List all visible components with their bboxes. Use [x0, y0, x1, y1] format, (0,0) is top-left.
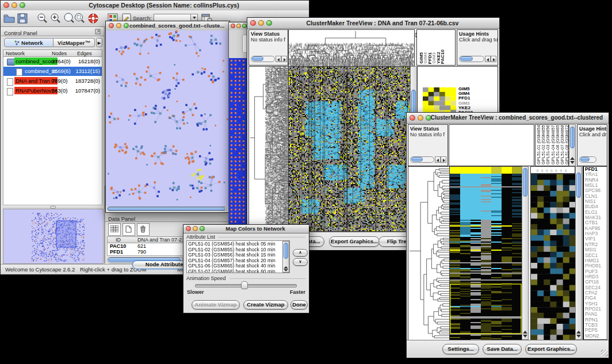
- tv2-usage-hscrollbar[interactable]: [579, 156, 606, 163]
- network-view-canvas[interactable]: [106, 30, 228, 206]
- gene-label[interactable]: MON2: [585, 334, 607, 339]
- minimize-button[interactable]: [116, 23, 121, 28]
- tv1-gene-labels: GIM5GIM4PFD1GIM3YKE2PAC10: [458, 87, 473, 115]
- zoom-out-icon[interactable]: [36, 12, 49, 25]
- save-icon[interactable]: [16, 12, 29, 25]
- dialog-title: Map Colors to Network: [206, 225, 304, 233]
- data-id: PAC10: [110, 243, 126, 249]
- minimize-button[interactable]: [236, 24, 241, 28]
- network-table-header: Network Nodes Edges: [3, 49, 102, 57]
- close-button[interactable]: [109, 23, 114, 28]
- network-view-hscrollbar[interactable]: [107, 206, 227, 213]
- close-button[interactable]: [410, 115, 415, 121]
- tv2-gene-list[interactable]: PFD1YRA1RNR4MSL1SPC98CLN1NIS1BUD4ELG1MAK…: [583, 166, 607, 340]
- zoom-button[interactable]: [124, 23, 129, 28]
- treeview2-window: ClusterMaker TreeView : combined_scores_…: [406, 112, 609, 358]
- new-attribute-button[interactable]: [123, 223, 135, 236]
- main-title: Cytoscape Desktop (Session Name: collins…: [24, 1, 304, 10]
- tv1-row-dendrogram[interactable]: [248, 66, 289, 232]
- tv1-usage-hints: Usage Hints Click and drag to: [457, 29, 498, 66]
- window-controls[interactable]: [3, 2, 25, 8]
- document-icon: [7, 88, 13, 95]
- zoom-in-icon[interactable]: [49, 12, 62, 25]
- data-value: 790: [137, 249, 146, 255]
- close-button[interactable]: [3, 2, 9, 8]
- network-row[interactable]: combined_sco2569(6)13112(15): [3, 67, 102, 76]
- dialog-titlebar[interactable]: Map Colors to Network: [183, 225, 309, 233]
- settings-button[interactable]: Settings...: [442, 344, 479, 354]
- network-list: combined_scores2764(0)16218(0)combined_s…: [3, 57, 102, 97]
- network-row[interactable]: DNA and Tran 07769(0)183728(0): [3, 76, 102, 86]
- tv2-column-dendrogram-area[interactable]: [449, 124, 534, 166]
- minimize-button[interactable]: [12, 2, 17, 8]
- move-up-button[interactable]: ∧: [293, 249, 308, 256]
- treeview1-titlebar[interactable]: ClusterMaker TreeView : DNA and Tran 07-…: [247, 18, 499, 29]
- tv2-zoom-vscrollbar[interactable]: [575, 166, 582, 340]
- network-row[interactable]: combined_scores2764(0)16218(0): [3, 57, 102, 66]
- zoom-fit-icon[interactable]: [73, 12, 86, 25]
- status-welcome: Welcome to Cytoscape 2.6.2: [5, 266, 75, 273]
- tab-network[interactable]: Network: [4, 38, 53, 47]
- zoom-button[interactable]: [200, 226, 205, 231]
- done-button[interactable]: Done: [290, 300, 308, 309]
- help-ring-icon[interactable]: [87, 12, 100, 25]
- animate-vizmap-button[interactable]: Animate Vizmap: [192, 300, 240, 309]
- minimize-button[interactable]: [258, 20, 264, 26]
- tv2-status-hscrollbar[interactable]: [410, 156, 447, 163]
- float-panel-icon[interactable]: [95, 29, 101, 35]
- tv1-column-label: PAC10: [440, 49, 445, 64]
- network-overview[interactable]: [3, 209, 104, 264]
- zoom-button[interactable]: [242, 24, 247, 28]
- delete-attribute-button[interactable]: [137, 223, 150, 236]
- save-data-button[interactable]: Save Data...: [483, 344, 522, 354]
- tv2-collabel-vscrollbar[interactable]: [569, 124, 576, 166]
- attribute-item[interactable]: GPL51-07 (GSM868) heat shock 60 min: [188, 269, 288, 273]
- tv2-zoom-heatmap[interactable]: [530, 174, 576, 341]
- document-icon: [7, 78, 13, 86]
- attribute-list-label: Attribute List: [186, 234, 215, 240]
- new-attribute-icon: [125, 225, 132, 233]
- document-icon: [16, 68, 22, 76]
- tv2-heatmap[interactable]: [449, 166, 523, 341]
- main-titlebar[interactable]: Cytoscape Desktop (Session Name: collins…: [1, 1, 309, 11]
- close-button[interactable]: [186, 226, 191, 231]
- tv2-vscrollbar[interactable]: [522, 166, 529, 340]
- attribute-list-scrollbar[interactable]: [282, 241, 289, 273]
- network-view-titlebar[interactable]: combined_scores_good.txt--cluste...: [106, 21, 230, 31]
- export-graphics-button[interactable]: Export Graphics...: [329, 236, 380, 247]
- tab-overflow-button[interactable]: ▶: [96, 38, 102, 47]
- move-down-button[interactable]: ∨: [293, 258, 308, 266]
- attribute-list[interactable]: GPL51-01 (GSM854) heat shock 05 minGPL51…: [186, 240, 290, 273]
- open-folder-icon[interactable]: [3, 12, 16, 25]
- tv1-heatmap[interactable]: [288, 66, 411, 232]
- tv2-view-status: View Status No status info f: [408, 124, 448, 166]
- close-button[interactable]: [250, 20, 256, 26]
- slider-thumb[interactable]: [241, 281, 248, 289]
- control-panel-title: Control Panel: [4, 30, 37, 36]
- network-tab-icon: [14, 40, 20, 45]
- attribute-table-icon: [110, 225, 118, 232]
- tv1-column-labels: GIM5GIM4PFD1GIM3YKE2PAC10: [416, 29, 456, 66]
- minimize-button[interactable]: [193, 226, 198, 231]
- tv2-row-dendrogram[interactable]: [408, 166, 450, 341]
- tv1-summary-heatmap[interactable]: [423, 87, 456, 114]
- treeview2-titlebar[interactable]: ClusterMaker TreeView : combined_scores_…: [407, 113, 609, 124]
- tv1-column-dendrogram[interactable]: [288, 29, 415, 67]
- tv1-usage-hscrollbar[interactable]: [459, 56, 497, 62]
- tab-vizmapper[interactable]: VizMapper™: [53, 38, 95, 47]
- create-vizmap-button[interactable]: Create Vizmap: [243, 300, 288, 309]
- network-name: DNA and Tran 07: [14, 77, 58, 85]
- folder-icon: [7, 59, 15, 66]
- close-button[interactable]: [231, 24, 235, 28]
- network-tree-empty-area[interactable]: [3, 97, 102, 205]
- minimize-button[interactable]: [418, 115, 423, 121]
- tv1-status-hscrollbar[interactable]: [251, 56, 286, 62]
- network-edges: 13112(15): [75, 67, 100, 75]
- data-id: PFD1: [110, 249, 123, 255]
- attribute-table-button[interactable]: [108, 223, 121, 236]
- network-row[interactable]: RNAPuberNov2+563(0)107847(0): [3, 86, 102, 95]
- data-panel-title: Data Panel: [108, 216, 135, 222]
- resize-grip[interactable]: [601, 350, 608, 357]
- tv2-zoom-column-header: ○○○○○○○: [530, 166, 575, 174]
- export-graphics-button[interactable]: Export Graphics...: [525, 344, 577, 354]
